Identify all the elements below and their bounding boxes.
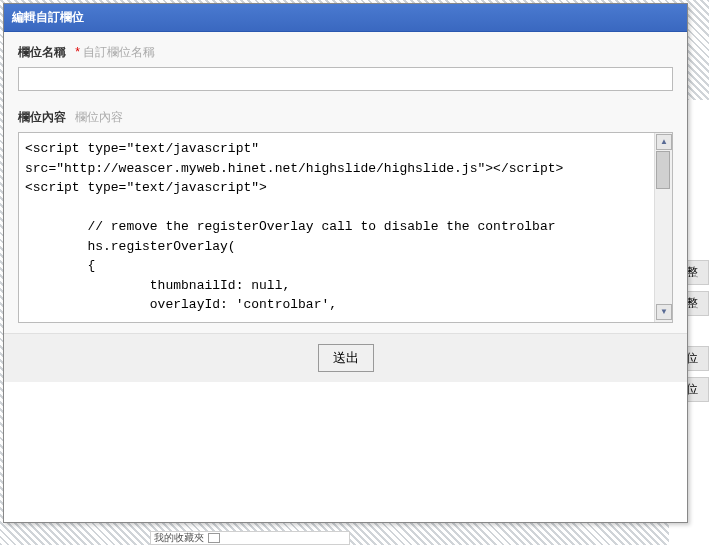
field-content-row: 欄位內容 欄位內容 ▲ ▼ [18,109,673,323]
field-content-textarea[interactable] [19,133,652,319]
scroll-up-icon[interactable]: ▲ [656,134,672,150]
field-name-hint: 自訂欄位名稱 [83,45,155,59]
favorites-icon [208,533,220,543]
textarea-wrap: ▲ ▼ [18,132,673,323]
field-name-input[interactable] [18,67,673,91]
scroll-down-icon[interactable]: ▼ [656,304,672,320]
bottom-text: 我的收藏夾 [154,531,204,545]
submit-button[interactable]: 送出 [318,344,374,372]
field-content-label: 欄位內容 [18,109,66,126]
field-name-row: 欄位名稱 * 自訂欄位名稱 [18,44,673,101]
scroll-thumb[interactable] [656,151,670,189]
field-name-label: 欄位名稱 [18,44,66,61]
field-content-hint: 欄位內容 [75,110,123,124]
required-marker: * [75,45,80,59]
scrollbar[interactable]: ▲ ▼ [654,133,672,322]
modal-title: 編輯自訂欄位 [4,4,687,32]
modal-body: 欄位名稱 * 自訂欄位名稱 欄位內容 欄位內容 ▲ ▼ 送出 [4,32,687,382]
submit-row: 送出 [4,333,687,382]
edit-custom-field-modal: 編輯自訂欄位 欄位名稱 * 自訂欄位名稱 欄位內容 欄位內容 ▲ ▼ 送出 [3,3,688,523]
background-bottom-bar: 我的收藏夾 [150,531,350,545]
